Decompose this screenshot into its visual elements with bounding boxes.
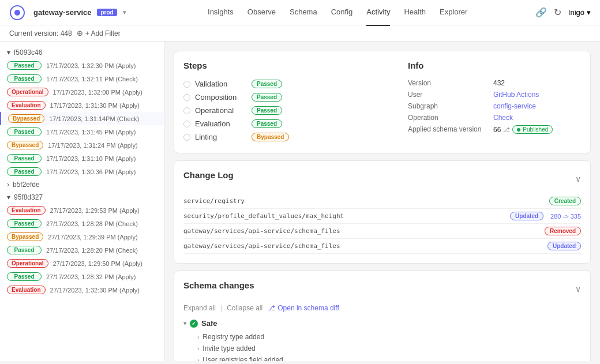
changelog-card: Change Log ∨ service/registry Created se… bbox=[174, 160, 591, 264]
status-badge: Bypassed bbox=[8, 114, 44, 123]
info-link-user[interactable]: GitHub Actions bbox=[493, 91, 539, 99]
list-item[interactable]: Operational 27/17/2023, 1:29:50 PM (Appl… bbox=[0, 257, 164, 270]
chevron-down-icon: ▾ bbox=[183, 320, 186, 327]
list-item[interactable]: Bypassed 27/17/2023, 1:29:39 PM (Apply) bbox=[0, 230, 164, 243]
nav-health[interactable]: Health bbox=[404, 0, 426, 26]
info-row: User GitHub Actions bbox=[408, 89, 581, 100]
list-item[interactable]: Bypassed 17/17/2023, 1:31:24 PM (Apply) bbox=[0, 138, 164, 152]
schema-change-label: Invite type added bbox=[202, 344, 255, 352]
step-radio-icon bbox=[183, 107, 190, 114]
nav-observe[interactable]: Observe bbox=[247, 0, 276, 26]
nav-activity[interactable]: Activity bbox=[366, 0, 390, 26]
item-time: 27/17/2023, 1:28:32 PM (Apply) bbox=[46, 273, 136, 280]
step-row: Evaluation Passed bbox=[183, 117, 399, 130]
changelog-header: Change Log ∨ bbox=[183, 170, 581, 187]
main-layout: ▾ f5093c46 Passed 17/17/2023, 1:32:30 PM… bbox=[0, 42, 600, 361]
nav-insights[interactable]: Insights bbox=[208, 0, 234, 26]
schema-change-item[interactable]: › User registries field added bbox=[183, 354, 581, 361]
info-link-subgraph[interactable]: config-service bbox=[493, 102, 536, 110]
info-title: Info bbox=[408, 61, 581, 70]
schema-diff-label: Open in schema diff bbox=[278, 304, 339, 312]
schema-change-item[interactable]: › Invite type added bbox=[183, 343, 581, 354]
list-item[interactable]: Bypassed 17/17/2023, 1:31:14PM (Check) bbox=[0, 112, 164, 125]
schema-change-label: User registries field added bbox=[202, 356, 283, 361]
info-row: Operation Check bbox=[408, 112, 581, 123]
status-badge: Passed bbox=[7, 154, 42, 163]
step-radio-icon bbox=[183, 94, 190, 101]
cl-badge: Created bbox=[549, 197, 581, 205]
item-time: 17/17/2023, 1:31:14PM (Check) bbox=[49, 115, 139, 122]
status-badge: Passed bbox=[7, 127, 42, 136]
nav-explorer[interactable]: Explorer bbox=[440, 0, 467, 26]
status-badge: Bypassed bbox=[7, 141, 43, 149]
cl-badge: Updated bbox=[548, 242, 581, 250]
step-row: Operational Passed bbox=[183, 104, 399, 117]
env-badge: prod bbox=[97, 9, 117, 16]
schema-diff-icon: ⎇ bbox=[267, 304, 275, 312]
step-badge: Bypassed bbox=[252, 133, 289, 141]
step-radio-icon bbox=[183, 81, 190, 88]
safe-section-header[interactable]: ▾ ✓ Safe bbox=[183, 319, 581, 328]
nav-schema[interactable]: Schema bbox=[290, 0, 317, 26]
service-chevron-icon[interactable]: ▾ bbox=[123, 9, 126, 16]
schema-change-item[interactable]: › Registry type added bbox=[183, 331, 581, 343]
step-row: Composition Passed bbox=[183, 91, 399, 104]
list-item[interactable]: Evaluation 17/17/2023, 1:31:30 PM (Apply… bbox=[0, 99, 164, 112]
cl-path: gateway/services/api-service/schema_file… bbox=[183, 227, 540, 235]
step-radio-icon bbox=[183, 134, 190, 141]
sidebar-group-f5093c46[interactable]: ▾ f5093c46 bbox=[0, 46, 164, 59]
add-filter-button[interactable]: ⊕ + Add Filter bbox=[77, 29, 121, 37]
chevron-right-icon: › bbox=[197, 334, 199, 340]
item-time: 27/17/2023, 1:28:28 PM (Check) bbox=[46, 220, 138, 227]
status-badge: Passed bbox=[7, 219, 42, 228]
cl-path: security/profile_default_values/max_heig… bbox=[183, 212, 505, 220]
list-item[interactable]: Passed 17/17/2023, 1:32:30 PM (Apply) bbox=[0, 59, 164, 72]
changelog-row: gateway/services/api-service/schema_file… bbox=[183, 239, 581, 254]
item-time: 17/17/2023, 1:32:30 PM (Apply) bbox=[46, 62, 136, 69]
collapse-all-link[interactable]: Collapse all bbox=[227, 304, 262, 312]
changelog-title: Change Log bbox=[183, 170, 234, 180]
status-badge: Operational bbox=[7, 259, 48, 268]
cl-badge: Updated bbox=[510, 212, 543, 220]
cl-path: service/registry bbox=[183, 197, 545, 205]
user-menu-button[interactable]: Inigo ▾ bbox=[568, 8, 591, 17]
item-time: 17/17/2023, 1:31:24 PM (Apply) bbox=[48, 142, 137, 149]
add-filter-label: + Add Filter bbox=[85, 29, 121, 37]
list-item[interactable]: Passed 17/17/2023, 1:31:45 PM (Apply) bbox=[0, 125, 164, 138]
link-icon-button[interactable]: 🔗 bbox=[535, 7, 547, 18]
list-item[interactable]: Passed 17/17/2023, 1:31:10 PM (Apply) bbox=[0, 152, 164, 165]
schema-collapse-icon[interactable]: ∨ bbox=[575, 284, 581, 294]
list-item[interactable]: Evaluation 27/17/2023, 1:32:30 PM (Apply… bbox=[0, 283, 164, 297]
list-item[interactable]: Passed 27/17/2023, 1:28:28 PM (Check) bbox=[0, 217, 164, 230]
refresh-icon-button[interactable]: ↻ bbox=[554, 7, 561, 18]
sidebar-group-95f8d327[interactable]: ▾ 95f8d327 bbox=[0, 191, 164, 204]
collapse-icon[interactable]: ∨ bbox=[575, 174, 581, 183]
list-item[interactable]: Passed 27/17/2023, 1:28:32 PM (Apply) bbox=[0, 270, 164, 283]
chevron-right-icon: › bbox=[197, 357, 199, 362]
info-link-operation[interactable]: Check bbox=[493, 114, 513, 122]
list-item[interactable]: Passed 27/17/2023, 1:28:20 PM (Check) bbox=[0, 243, 164, 257]
nav-config[interactable]: Config bbox=[331, 0, 353, 26]
status-badge: Passed bbox=[7, 74, 42, 83]
item-time: 17/17/2023, 1:31:30 PM (Apply) bbox=[50, 102, 140, 109]
item-time: 27/17/2023, 1:29:39 PM (Apply) bbox=[48, 234, 137, 241]
list-item[interactable]: Passed 17/17/2023, 1:30:36 PM (Apply) bbox=[0, 165, 164, 178]
nav-right: 🔗 ↻ Inigo ▾ bbox=[535, 7, 591, 18]
item-time: 17/17/2023, 1:32:11 PM (Check) bbox=[46, 76, 138, 82]
group-arrow-icon: ▾ bbox=[7, 48, 10, 57]
list-item[interactable]: Passed 17/17/2023, 1:32:11 PM (Check) bbox=[0, 72, 164, 85]
sidebar-group-b5f2efde[interactable]: › b5f2efde bbox=[0, 178, 164, 191]
list-item[interactable]: Operational 17/17/2023, 1:32:00 PM (Appl… bbox=[0, 85, 164, 99]
open-schema-diff-button[interactable]: ⎇ Open in schema diff bbox=[267, 304, 339, 312]
steps-section: Steps Validation Passed Composition Pass… bbox=[183, 61, 399, 144]
expand-all-link[interactable]: Expand all bbox=[183, 304, 216, 312]
item-time: 17/17/2023, 1:32:00 PM (Apply) bbox=[53, 89, 142, 96]
step-radio-icon bbox=[183, 121, 190, 127]
step-name: Composition bbox=[195, 93, 247, 102]
step-name: Linting bbox=[195, 133, 247, 141]
group-arrow-icon: ▾ bbox=[7, 193, 10, 201]
list-item[interactable]: Evaluation 27/17/2023, 1:29:53 PM (Apply… bbox=[0, 204, 164, 217]
add-filter-icon: ⊕ bbox=[77, 29, 83, 37]
published-badge: Published bbox=[512, 125, 553, 134]
step-badge: Passed bbox=[252, 119, 282, 128]
